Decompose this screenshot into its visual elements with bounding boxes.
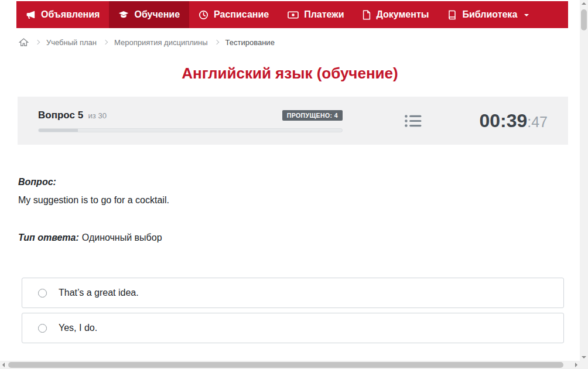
page-content: Объявления Обучение Расписание Платежи Д… bbox=[0, 0, 580, 361]
scrollbar-corner bbox=[580, 361, 588, 369]
breadcrumb-item-curriculum[interactable]: Учебный план bbox=[46, 38, 97, 47]
answer-text: That’s a great idea. bbox=[59, 288, 139, 298]
answer-option[interactable]: Yes, I do. bbox=[22, 313, 564, 343]
book-icon bbox=[447, 10, 457, 20]
answer-text: Yes, I do. bbox=[59, 323, 97, 333]
chevron-right-icon bbox=[214, 40, 218, 45]
scroll-down-icon[interactable] bbox=[582, 356, 586, 358]
timer-seconds: :47 bbox=[527, 114, 548, 131]
main-nav: Объявления Обучение Расписание Платежи Д… bbox=[16, 1, 568, 28]
scroll-left-icon[interactable] bbox=[2, 363, 5, 367]
skipped-badge: ПРОПУЩЕНО: 4 bbox=[282, 110, 343, 121]
page-title: Английский язык (обучение) bbox=[0, 64, 580, 83]
progress-bar bbox=[38, 128, 343, 132]
clock-icon bbox=[199, 10, 208, 20]
home-icon[interactable] bbox=[19, 37, 29, 47]
quiz-header-card: Вопрос 5 из 30 ПРОПУЩЕНО: 4 00:39 :47 bbox=[18, 97, 568, 145]
timer-main: 00:39 bbox=[479, 110, 527, 132]
progress-fill bbox=[39, 129, 78, 132]
question-text: My suggestion is to go for a cocktail. bbox=[18, 193, 568, 207]
horizontal-scrollbar[interactable] bbox=[0, 361, 580, 369]
question-number: Вопрос 5 bbox=[38, 110, 83, 121]
nav-item-library[interactable]: Библиотека bbox=[438, 1, 538, 28]
answer-type-label: Тип ответа: bbox=[18, 233, 79, 242]
breadcrumb-item-testing: Тестирование bbox=[225, 38, 275, 47]
megaphone-icon bbox=[26, 10, 36, 20]
question-block: Вопрос: My suggestion is to go for a coc… bbox=[18, 175, 568, 245]
question-total: из 30 bbox=[88, 111, 107, 120]
nav-item-schedule[interactable]: Расписание bbox=[189, 1, 278, 28]
question-label: Вопрос: bbox=[18, 175, 565, 189]
chevron-right-icon bbox=[103, 40, 108, 45]
graduation-cap-icon bbox=[118, 10, 129, 19]
nav-item-learning[interactable]: Обучение bbox=[109, 1, 189, 28]
breadcrumb: Учебный план Мероприятия дисциплины Тест… bbox=[19, 37, 568, 47]
chevron-down-icon bbox=[524, 14, 529, 16]
answer-type-value: Одиночный выбор bbox=[82, 233, 162, 242]
nav-item-announcements[interactable]: Объявления bbox=[16, 1, 109, 28]
scroll-right-icon[interactable] bbox=[575, 363, 577, 367]
nav-label: Платежи bbox=[304, 9, 344, 20]
question-list-icon[interactable] bbox=[404, 114, 422, 128]
nav-label: Расписание bbox=[214, 9, 269, 20]
nav-item-payments[interactable]: Платежи bbox=[278, 1, 353, 28]
chevron-right-icon bbox=[35, 40, 40, 45]
nav-label: Объявления bbox=[41, 9, 100, 20]
horizontal-scroll-thumb[interactable] bbox=[8, 362, 563, 368]
answer-list: That’s a great idea. Yes, I do. bbox=[22, 278, 564, 343]
question-counter: Вопрос 5 из 30 bbox=[38, 110, 107, 121]
nav-label: Библиотека bbox=[462, 9, 517, 20]
answer-type-row: Тип ответа:Одиночный выбор bbox=[18, 231, 568, 245]
radio-button[interactable] bbox=[38, 289, 47, 298]
answer-option[interactable]: That’s a great idea. bbox=[22, 278, 564, 308]
banknote-icon bbox=[288, 11, 299, 19]
vertical-scrollbar[interactable] bbox=[580, 0, 588, 361]
vertical-scroll-thumb[interactable] bbox=[581, 9, 587, 30]
document-icon bbox=[363, 10, 371, 20]
nav-item-documents[interactable]: Документы bbox=[353, 1, 438, 28]
scroll-up-icon[interactable] bbox=[582, 2, 586, 5]
breadcrumb-item-discipline-events[interactable]: Мероприятия дисциплины bbox=[114, 38, 208, 47]
question-progress-block: Вопрос 5 из 30 ПРОПУЩЕНО: 4 bbox=[38, 110, 343, 132]
nav-label: Обучение bbox=[134, 9, 180, 20]
nav-label: Документы bbox=[376, 9, 429, 20]
timer: 00:39 :47 bbox=[479, 110, 548, 132]
radio-button[interactable] bbox=[38, 324, 47, 333]
